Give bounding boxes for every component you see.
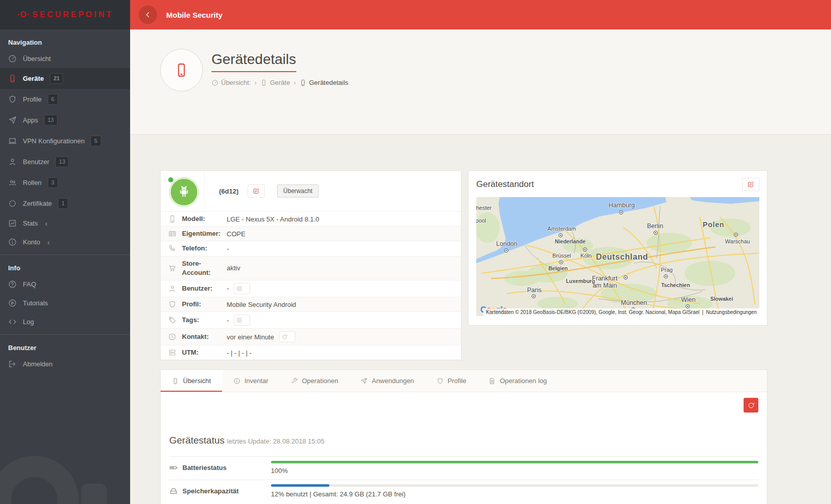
cart-icon (168, 264, 176, 272)
sidebar-item-label: Konto (23, 238, 40, 246)
detail-value-text: vor einer Minute (227, 333, 274, 341)
sidebar-item-ger-te[interactable]: Geräte21 (0, 68, 130, 89)
device-detail-row-store-account: Store-Account:aktiv (161, 256, 461, 280)
sidebar: ·O· SECUREPOINT NavigationÜbersichtGerät… (0, 0, 130, 504)
device-detail-row-eigent-mer: Eigentümer:COPE (161, 226, 461, 241)
question-icon (8, 280, 17, 289)
tab-label: Anwendungen (372, 377, 414, 385)
monitored-badge: Überwacht (277, 184, 318, 198)
sidebar-item-abmelden[interactable]: Abmelden (0, 355, 130, 373)
logo-mark: ·O· (17, 10, 30, 19)
device-location-map[interactable]: chesterpoolHamburgAmsterdamBerlinPolenNi… (476, 197, 759, 316)
map-city-marker (532, 294, 536, 298)
sidebar-item-label: FAQ (23, 280, 36, 288)
device-avatar (168, 177, 197, 205)
clock-icon (168, 333, 176, 341)
breadcrumb-item-ger-te[interactable]: Geräte (260, 79, 290, 86)
tab-anwendungen[interactable]: Anwendungen (349, 370, 425, 392)
sidebar-item-rollen[interactable]: Rollen3 (0, 172, 130, 193)
sidebar-item-apps[interactable]: Apps13 (0, 110, 130, 131)
breadcrumb-item-bersicht[interactable]: Übersicht: (211, 79, 251, 86)
detail-value-text: LGE - Nexus 5X - Android 8.1.0 (227, 215, 319, 223)
rocket-icon (8, 116, 17, 124)
sidebar-item-konto[interactable]: Konto‹ (0, 233, 130, 251)
tag-icon (168, 316, 176, 324)
device-name: (6d12) (219, 187, 238, 195)
status-section-title: Gerätestatusletztes Update: 28.08.2018 1… (169, 435, 758, 446)
play-icon (8, 299, 17, 307)
detail-label: Modell: (182, 214, 227, 224)
drive-icon (169, 487, 178, 495)
map-card-title: Gerätestandort (476, 179, 534, 190)
info-icon (233, 377, 240, 385)
edit-benutzer-button[interactable] (234, 283, 250, 294)
device-detail-row-profil: Profil:Mobile Security Android (161, 297, 461, 311)
map-city-marker (664, 274, 668, 278)
terms-link[interactable]: Nutzungsbedingungen (706, 309, 757, 315)
detail-value-text: COPE (227, 230, 245, 238)
device-detail-row-utm: UTM:- | - | - | - (161, 345, 461, 360)
user-icon (8, 158, 17, 166)
edit-location-button[interactable] (742, 178, 759, 191)
tab-label: Übersicht (183, 377, 211, 385)
smartphone-icon (260, 79, 267, 86)
main-content: (6d12) Überwacht Modell:LGE - Nexus 5X -… (130, 135, 831, 504)
tab-label: Operationen (302, 377, 338, 385)
breadcrumb-item-ger-tedetails[interactable]: Gerätedetails (299, 79, 348, 86)
sidebar-item-label: Übersicht (23, 55, 51, 62)
attribution-separator: | (702, 309, 703, 315)
tab-label: Inventar (244, 377, 268, 385)
map-city-marker (624, 275, 628, 279)
detail-value-text: - (227, 245, 229, 253)
tab-inventar[interactable]: Inventar (222, 370, 280, 392)
sidebar-item-profile[interactable]: Profile6 (0, 89, 130, 110)
tab-profile[interactable]: Profile (425, 370, 478, 392)
tab-label: Operationen log (500, 377, 547, 385)
certificate-icon (8, 199, 17, 208)
status-row-body: 100% (271, 461, 758, 475)
shield-icon (437, 377, 444, 385)
chevron-collapse-icon: ‹ (45, 219, 48, 228)
gauge-icon (8, 54, 17, 63)
sidebar-item-faq[interactable]: FAQ (0, 275, 130, 294)
sidebar-item-bersicht[interactable]: Übersicht (0, 49, 130, 68)
nav-section-header: Navigation (0, 29, 130, 49)
info-icon (8, 238, 17, 246)
detail-value-text: - (227, 285, 229, 292)
detail-value: vor einer Minute (227, 331, 295, 342)
progress-fill (271, 484, 329, 487)
progress-fill (271, 461, 758, 463)
back-button[interactable] (139, 6, 157, 24)
topbar-title: Mobile Security (166, 11, 223, 19)
detail-value: Mobile Security Android (227, 301, 296, 308)
tab-operationen-log[interactable]: Operationen log (477, 370, 558, 392)
sidebar-item-label: Log (23, 318, 34, 326)
sidebar-item-log[interactable]: Log (0, 312, 130, 331)
sidebar-item-stats[interactable]: Stats‹ (0, 214, 130, 233)
breadcrumb-separator: › (294, 79, 296, 86)
page-header: Gerätedetails Übersicht:›Geräte›Gerätede… (130, 29, 831, 135)
status-row-speicherkapazit-t: Speicherkapazität12% benutzt | Gesamt: 2… (169, 480, 758, 503)
sidebar-item-tutorials[interactable]: Tutorials (0, 294, 130, 312)
gauge-icon (211, 79, 219, 86)
status-last-update: letztes Update: 28.08.2018 15:05 (227, 437, 325, 445)
edit-tags-button[interactable] (234, 314, 250, 326)
sidebar-item-vpn-konfigurationen[interactable]: VPN Konfigurationen5 (0, 131, 130, 151)
sidebar-item-benutzer[interactable]: Benutzer13 (0, 151, 130, 172)
sidebar-item-label: VPN Konfigurationen (23, 137, 84, 145)
tab-bar: ÜbersichtInventarOperationenAnwendungenP… (161, 370, 767, 392)
sidebar-item-label: Stats (23, 219, 38, 227)
progress-track (271, 461, 758, 463)
refresh-kontakt-button[interactable] (279, 331, 295, 342)
map-city-marker (734, 233, 738, 237)
sidebar-item-zertifikate[interactable]: Zertifikate1 (0, 193, 130, 214)
edit-device-name-button[interactable] (248, 184, 265, 198)
battery-icon (169, 463, 178, 472)
status-value-text: 100% (271, 467, 758, 475)
tab-operationen[interactable]: Operationen (280, 370, 350, 392)
refresh-status-button[interactable] (744, 398, 758, 413)
rocket-icon (360, 377, 367, 385)
tab-bersicht[interactable]: Übersicht (161, 370, 222, 392)
detail-value-text: - (227, 317, 229, 324)
edit-icon (253, 187, 260, 195)
